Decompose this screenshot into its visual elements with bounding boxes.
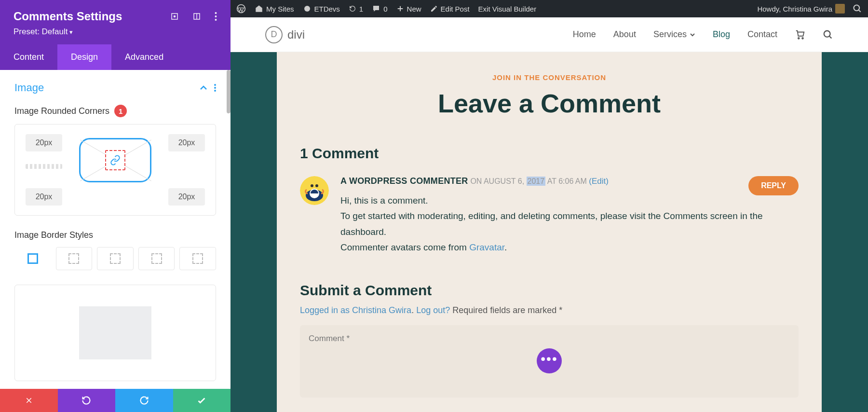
svg-point-5: [215, 15, 217, 17]
border-styles-label: Image Border Styles: [14, 230, 216, 240]
site-header: D divi Home About Services Blog Contact: [231, 17, 868, 52]
login-status: Logged in as Christina Gwira. Log out? R…: [300, 305, 799, 316]
tab-advanced[interactable]: Advanced: [111, 44, 177, 70]
main-area: My Sites ETDevs 1 0 New Edit Post Exit V…: [231, 0, 868, 412]
discard-button[interactable]: [0, 389, 58, 412]
border-style-bottom[interactable]: [138, 247, 175, 270]
svg-point-22: [315, 184, 318, 187]
preset-selector[interactable]: Preset: Default: [14, 27, 217, 37]
overline-text: JOIN IN THE CONVERSATION: [300, 73, 799, 82]
howdy-user[interactable]: Howdy, Christina Gwira: [757, 4, 845, 14]
sidebar-header: Comments Settings Preset: Default: [0, 0, 231, 44]
scrollbar[interactable]: [227, 70, 231, 113]
nav-home[interactable]: Home: [573, 29, 596, 40]
svg-point-14: [798, 37, 800, 39]
site-nav: Home About Services Blog Contact: [573, 29, 833, 40]
tab-content[interactable]: Content: [0, 44, 57, 70]
comment-count: 1 Comment: [300, 145, 799, 162]
logout-link[interactable]: Log out?: [416, 305, 450, 315]
columns-icon[interactable]: [192, 12, 201, 21]
collapse-icon[interactable]: [200, 85, 207, 90]
submit-title: Submit a Comment: [300, 282, 799, 299]
new-link[interactable]: New: [396, 5, 421, 13]
svg-point-1: [174, 16, 176, 17]
settings-tabs: Content Design Advanced: [0, 44, 231, 70]
nav-about[interactable]: About: [613, 29, 636, 40]
comments-count-link[interactable]: 0: [372, 4, 387, 13]
wp-admin-bar: My Sites ETDevs 1 0 New Edit Post Exit V…: [231, 0, 868, 17]
corners-control: [14, 124, 216, 216]
redo-button[interactable]: [115, 389, 173, 412]
exit-builder-link[interactable]: Exit Visual Builder: [478, 5, 537, 13]
comment-avatar: [300, 176, 329, 205]
edit-post-link[interactable]: Edit Post: [430, 5, 470, 13]
svg-point-9: [214, 90, 216, 92]
svg-line-13: [859, 10, 861, 12]
corner-br-input[interactable]: [168, 188, 205, 206]
page-content: JOIN IN THE CONVERSATION Leave a Comment…: [277, 52, 822, 412]
section-more-icon[interactable]: [214, 84, 216, 92]
border-style-all[interactable]: [14, 247, 51, 270]
step-badge: 1: [114, 105, 127, 117]
svg-point-11: [304, 6, 310, 12]
gravatar-link[interactable]: Gravatar: [469, 242, 504, 252]
builder-fab[interactable]: •••: [537, 348, 562, 373]
svg-point-15: [802, 37, 803, 39]
svg-point-21: [311, 184, 313, 187]
edit-comment-link[interactable]: (Edit): [589, 177, 609, 186]
comment-item: A WORDPRESS COMMENTER ON AUGUST 6, 2017 …: [300, 176, 799, 255]
nav-contact[interactable]: Contact: [747, 29, 777, 40]
comment-meta: A WORDPRESS COMMENTER ON AUGUST 6, 2017 …: [340, 176, 799, 186]
preview-shape: [79, 306, 151, 359]
settings-sidebar: Comments Settings Preset: Default Conten…: [0, 0, 231, 412]
border-styles-group: [14, 247, 216, 270]
sidebar-footer: [0, 389, 231, 412]
svg-point-7: [214, 84, 216, 86]
search-icon[interactable]: [853, 4, 862, 14]
more-icon[interactable]: [215, 12, 217, 21]
svg-point-4: [215, 12, 217, 14]
nav-blog[interactable]: Blog: [713, 29, 730, 40]
refresh-link[interactable]: 1: [349, 5, 363, 13]
svg-point-16: [824, 30, 830, 37]
border-style-left[interactable]: [179, 247, 216, 270]
expand-icon[interactable]: [170, 12, 179, 21]
wp-logo-icon[interactable]: [236, 4, 246, 14]
settings-title: Comments Settings: [14, 10, 122, 23]
comment-author[interactable]: A WORDPRESS COMMENTER: [340, 176, 468, 186]
content-wrapper: JOIN IN THE CONVERSATION Leave a Comment…: [231, 52, 868, 412]
svg-line-17: [829, 36, 832, 38]
nav-search-icon[interactable]: [823, 29, 833, 40]
border-preview: [14, 285, 216, 381]
section-image[interactable]: Image: [14, 82, 44, 94]
corner-tl-input[interactable]: [26, 134, 62, 151]
save-button[interactable]: [173, 389, 231, 412]
user-avatar-icon: [835, 4, 845, 14]
corner-tr-input[interactable]: [168, 134, 205, 151]
corner-bl-input[interactable]: [26, 188, 62, 206]
link-corners-button[interactable]: [105, 150, 125, 170]
comment-text: Hi, this is a comment. To get started wi…: [340, 193, 799, 255]
reply-button[interactable]: REPLY: [748, 176, 799, 195]
logo-icon: D: [265, 26, 283, 43]
border-style-right[interactable]: [97, 247, 134, 270]
my-sites-link[interactable]: My Sites: [255, 4, 294, 13]
svg-point-6: [215, 19, 217, 21]
rounded-corners-label: Image Rounded Corners: [14, 106, 109, 116]
corner-slider[interactable]: [26, 164, 62, 169]
logged-in-link[interactable]: Logged in as Christina Gwira: [300, 305, 411, 315]
logo-text: divi: [287, 28, 305, 41]
svg-point-8: [214, 87, 216, 89]
nav-services[interactable]: Services: [653, 29, 695, 40]
undo-button[interactable]: [58, 389, 116, 412]
site-logo[interactable]: D divi: [265, 26, 305, 43]
border-style-top[interactable]: [56, 247, 93, 270]
svg-point-12: [854, 5, 860, 11]
corners-preview: [79, 138, 151, 182]
cart-icon[interactable]: [795, 29, 805, 40]
tab-design[interactable]: Design: [57, 44, 111, 70]
etdevs-link[interactable]: ETDevs: [303, 4, 340, 13]
page-heading: Leave a Comment: [300, 88, 799, 118]
ellipsis-icon: •••: [541, 352, 557, 366]
sidebar-body: Image Image Rounded Corners 1 Image B: [0, 70, 231, 389]
